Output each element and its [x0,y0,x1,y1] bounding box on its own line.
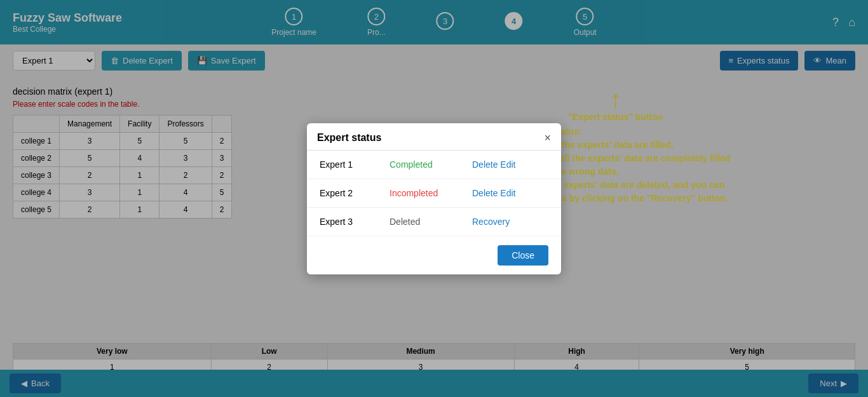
modal-header: Expert status × [307,123,561,151]
expert-1-status: Completed [390,159,472,170]
expert-3-action: Recovery [472,217,510,227]
expert-row-2: Expert 2 Incompleted Delete Edit [307,179,561,208]
expert-1-action: Delete Edit [472,159,515,170]
expert-status-modal: Expert status × Expert 1 Completed Delet… [307,123,561,274]
modal-overlay[interactable]: Expert status × Expert 1 Completed Delet… [0,0,868,397]
expert-2-status: Incompleted [390,188,472,198]
expert-3-recovery-link[interactable]: Recovery [472,217,510,227]
modal-footer: Close [307,236,561,274]
expert-1-name: Expert 1 [320,159,390,170]
expert-3-status: Deleted [390,217,472,227]
expert-1-delete-link[interactable]: Delete Edit [472,159,515,170]
modal-close-button[interactable]: × [544,132,551,144]
modal-title: Expert status [317,132,381,144]
expert-row-3: Expert 3 Deleted Recovery [307,208,561,236]
expert-2-action: Delete Edit [472,188,515,198]
expert-2-name: Expert 2 [320,188,390,198]
modal-body: Expert 1 Completed Delete Edit Expert 2 … [307,151,561,236]
expert-2-delete-link[interactable]: Delete Edit [472,188,515,198]
modal-close-btn[interactable]: Close [498,245,548,266]
expert-3-name: Expert 3 [320,217,390,227]
expert-row-1: Expert 1 Completed Delete Edit [307,151,561,179]
